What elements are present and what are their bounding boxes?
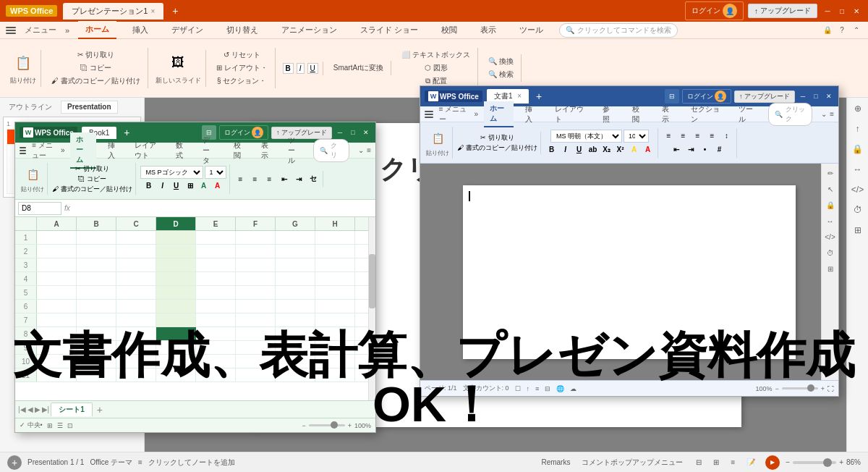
- cell-D10[interactable]: [156, 355, 196, 368]
- word-add-tab-button[interactable]: +: [536, 90, 542, 102]
- col-header-C[interactable]: C: [116, 217, 156, 230]
- tab-insert[interactable]: 挿入: [125, 22, 156, 38]
- word-status-icon-1[interactable]: ☐: [515, 385, 521, 392]
- cut-button[interactable]: ✂ 切り取り: [75, 49, 117, 61]
- cell-H10[interactable]: [315, 355, 355, 368]
- grid-view-button[interactable]: ⊞: [709, 457, 723, 468]
- excel-font-selector[interactable]: MS Pゴシック: [140, 166, 203, 179]
- cell-C4[interactable]: [116, 272, 156, 285]
- sheet-nav-last[interactable]: ▶|: [42, 405, 50, 413]
- sheet-nav-first[interactable]: |◀: [18, 405, 26, 413]
- cell-H7[interactable]: [315, 313, 355, 326]
- cell-B11[interactable]: [77, 368, 116, 382]
- cell-B4[interactable]: [77, 272, 116, 285]
- cell-C7[interactable]: [116, 313, 156, 326]
- login-button[interactable]: ログイン 👤: [685, 1, 744, 20]
- cell-H9[interactable]: [315, 341, 355, 354]
- close-tab-icon[interactable]: ×: [150, 7, 155, 15]
- cell-H11[interactable]: [315, 368, 355, 382]
- word-strikethrough-button[interactable]: ab: [587, 143, 600, 156]
- tab-design[interactable]: デザイン: [164, 22, 210, 38]
- excel-bold-button[interactable]: B: [142, 180, 156, 193]
- excel-ribbon-minimize[interactable]: ≡: [367, 146, 371, 154]
- cell-D9[interactable]: [156, 341, 196, 354]
- search-replace-button[interactable]: 🔍 換換: [485, 56, 516, 67]
- word-tab-layout[interactable]: レイアウト: [549, 102, 591, 127]
- excel-tab-tools[interactable]: ツール: [282, 133, 308, 168]
- word-menu-item[interactable]: ≡ メニュー: [439, 104, 469, 125]
- cell-C1[interactable]: [116, 231, 156, 244]
- excel-search-bar[interactable]: 🔍 クリ: [313, 139, 349, 162]
- excel-status-icon-2[interactable]: ⊞: [47, 422, 53, 429]
- cell-F7[interactable]: [236, 313, 276, 326]
- word-zoom-slider[interactable]: [782, 387, 818, 389]
- paste-button[interactable]: 📋: [12, 51, 35, 75]
- excel-format-copy-button[interactable]: 🖌 書式のコピー／貼り付け: [52, 185, 132, 194]
- word-highlight-button[interactable]: A: [628, 143, 641, 156]
- col-header-F[interactable]: F: [236, 217, 276, 230]
- cell-D2[interactable]: [156, 245, 196, 258]
- new-slide-button[interactable]: 🖼: [166, 51, 190, 75]
- word-ribbon-minimize[interactable]: ≡: [830, 110, 834, 118]
- tab-slideshow[interactable]: スライド ショー: [353, 22, 425, 38]
- excel-indent-left[interactable]: ⇤: [278, 172, 291, 185]
- formula-input[interactable]: [73, 204, 373, 212]
- cell-D4[interactable]: [156, 272, 196, 285]
- underline-button[interactable]: U: [307, 63, 318, 74]
- word-zoom-plus[interactable]: +: [821, 385, 825, 392]
- cell-A2[interactable]: [37, 245, 77, 258]
- cell-G6[interactable]: [276, 300, 315, 313]
- excel-border-button[interactable]: ⊞: [184, 180, 197, 193]
- cell-F8[interactable]: [236, 327, 276, 340]
- right-tool-1[interactable]: ⊕: [850, 101, 866, 117]
- word-align-right[interactable]: ≡: [692, 130, 705, 143]
- word-list-num[interactable]: #: [713, 143, 726, 156]
- word-status-icon-2[interactable]: ↑: [527, 385, 530, 392]
- cell-F3[interactable]: [236, 258, 276, 271]
- shape-button[interactable]: ⬡ 図形: [422, 62, 451, 74]
- right-tool-2[interactable]: ↑: [850, 121, 866, 137]
- word-indent-dec[interactable]: ⇤: [670, 143, 683, 156]
- cell-F4[interactable]: [236, 272, 276, 285]
- word-close-button[interactable]: ✕: [824, 91, 834, 101]
- excel-wps-logo[interactable]: W WPS Office: [20, 127, 77, 138]
- word-toolbar-toggle[interactable]: ⌄: [821, 110, 827, 118]
- cell-H4[interactable]: [315, 272, 355, 285]
- excel-align-center[interactable]: ≡: [249, 172, 262, 185]
- cell-B5[interactable]: [77, 286, 116, 299]
- right-tool-6[interactable]: ⏱: [850, 202, 866, 218]
- tab-view[interactable]: 表示: [473, 22, 503, 38]
- tab-tools[interactable]: ツール: [512, 22, 550, 38]
- cell-C3[interactable]: [116, 258, 156, 271]
- word-minimize-button[interactable]: ─: [798, 91, 808, 101]
- cell-D7[interactable]: [156, 313, 196, 326]
- word-search-bar[interactable]: 🔍 クリック: [768, 103, 812, 126]
- cell-A1[interactable]: [37, 231, 77, 244]
- cell-C5[interactable]: [116, 286, 156, 299]
- cell-A5[interactable]: [37, 286, 77, 299]
- word-right-tool-6[interactable]: ⏱: [824, 246, 837, 259]
- col-header-D[interactable]: D: [156, 217, 196, 230]
- menu-label[interactable]: メニュー: [25, 25, 56, 35]
- layout-button[interactable]: ⊞ レイアウト・: [213, 62, 271, 74]
- excel-tab-review[interactable]: 校閲: [228, 138, 249, 163]
- cell-A4[interactable]: [37, 272, 77, 285]
- word-line-spacing[interactable]: ↕: [720, 130, 733, 143]
- zoom-plus-button[interactable]: +: [839, 458, 843, 466]
- cell-E8[interactable]: [196, 327, 236, 340]
- cell-E7[interactable]: [196, 313, 236, 326]
- col-header-B[interactable]: B: [77, 217, 116, 230]
- add-tab-button[interactable]: +: [172, 5, 178, 17]
- excel-minimize-button[interactable]: ─: [335, 127, 345, 138]
- excel-size-selector[interactable]: 11: [205, 166, 226, 179]
- hamburger-menu-icon[interactable]: [6, 27, 16, 34]
- cell-E3[interactable]: [196, 258, 236, 271]
- word-right-tool-7[interactable]: ⊞: [824, 262, 837, 275]
- cell-D6[interactable]: [156, 300, 196, 313]
- zoom-minus-button[interactable]: −: [786, 458, 790, 466]
- word-right-tool-3[interactable]: 🔒: [824, 198, 837, 211]
- minimize-button[interactable]: ─: [822, 5, 833, 17]
- word-status-icon-4[interactable]: ⊟: [545, 385, 550, 392]
- presentation-tab[interactable]: プレゼンテーション1 ×: [63, 3, 163, 20]
- reset-button[interactable]: ↺ リセット: [221, 49, 263, 61]
